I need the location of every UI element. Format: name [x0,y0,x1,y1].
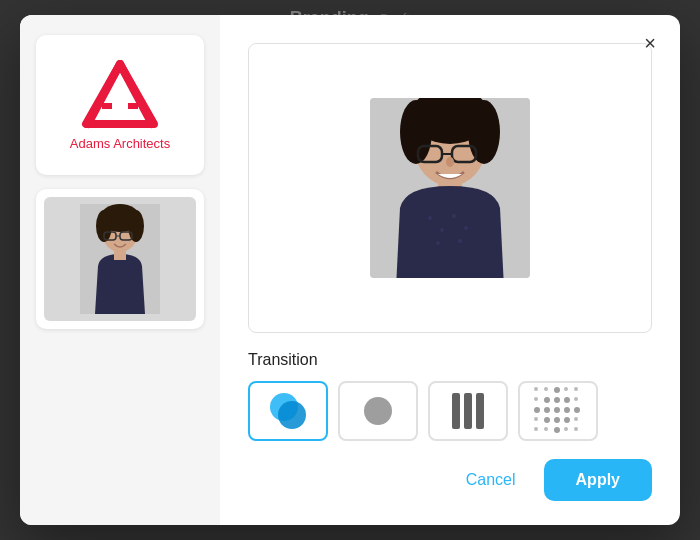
close-button[interactable]: × [636,29,664,57]
photo-thumbnail [44,197,196,321]
dots-icon [534,387,582,435]
svg-point-19 [468,100,500,164]
person-icon-small [80,204,160,314]
footer-buttons: Cancel Apply [248,459,652,501]
apply-button[interactable]: Apply [544,459,652,501]
modal-overlay: × [0,0,700,540]
left-panel: Adams Architects [20,15,220,525]
transition-section: Transition [248,351,652,441]
preview-area [248,43,652,333]
transition-bars[interactable] [428,381,508,441]
photo-thumbnail-card[interactable] [36,189,204,329]
cancel-button[interactable]: Cancel [450,461,532,499]
svg-rect-14 [114,250,126,260]
svg-point-25 [428,216,432,220]
svg-rect-5 [112,98,128,112]
svg-point-18 [400,100,432,164]
dissolve-icon [266,389,310,433]
logo-svg [80,60,160,130]
bars-icon [452,393,484,429]
transition-label: Transition [248,351,652,369]
circle-icon [364,397,392,425]
logo-container: Adams Architects [70,60,170,151]
person-icon-large [370,98,530,278]
svg-point-27 [452,214,456,218]
svg-point-26 [440,228,444,232]
svg-point-30 [458,239,462,243]
transition-dissolve[interactable] [248,381,328,441]
logo-thumbnail-card[interactable]: Adams Architects [36,35,204,175]
transition-circle[interactable] [338,381,418,441]
modal-dialog: × [20,15,680,525]
svg-point-28 [464,226,468,230]
transition-dots[interactable] [518,381,598,441]
svg-point-10 [128,210,144,242]
right-panel: Transition [220,15,680,525]
transition-options [248,381,652,441]
svg-point-29 [436,241,440,245]
company-name: Adams Architects [70,136,170,151]
preview-person [370,98,530,278]
svg-point-23 [446,157,454,167]
